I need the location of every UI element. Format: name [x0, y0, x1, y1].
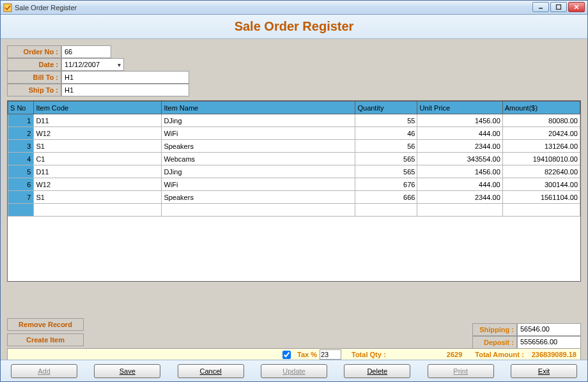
cell-qty[interactable]: 55 [355, 114, 417, 127]
page-header: Sale Order Register [1, 15, 587, 39]
svg-rect-2 [557, 5, 561, 10]
totals-row: Tax % Total Qty : 2629 Total Amount : 23… [7, 348, 581, 361]
col-header-code[interactable]: Item Code [34, 102, 162, 114]
order-no-label: Order No : [7, 45, 61, 58]
cell-name[interactable]: WiFi [162, 178, 355, 191]
delete-button[interactable]: Delete [344, 364, 410, 378]
cell-qty[interactable]: 56 [355, 140, 417, 153]
svg-rect-0 [4, 4, 12, 11]
bill-to-field[interactable] [61, 71, 189, 84]
cell-price[interactable]: 444.00 [417, 178, 502, 191]
cell-sno: 7 [8, 191, 34, 204]
cell-name[interactable]: Speakers [162, 140, 355, 153]
cell-name[interactable]: DJing [162, 165, 355, 178]
items-grid[interactable]: S No Item Code Item Name Quantity Unit P… [7, 100, 581, 282]
table-row-empty[interactable] [8, 204, 580, 217]
cell-sno: 2 [8, 127, 34, 140]
print-button[interactable]: Print [428, 364, 494, 378]
cell-amt[interactable]: 1561104.00 [502, 191, 580, 204]
page-title: Sale Order Register [235, 19, 354, 34]
tax-checkbox[interactable] [282, 351, 291, 359]
order-no-input[interactable] [63, 47, 109, 56]
col-header-qty[interactable]: Quantity [355, 102, 417, 114]
cell-name[interactable]: Speakers [162, 191, 355, 204]
update-button[interactable]: Update [261, 364, 327, 378]
cell-code[interactable]: W12 [34, 178, 162, 191]
cell-price[interactable]: 2344.00 [417, 191, 502, 204]
cell-sno: 4 [8, 153, 34, 165]
table-row[interactable]: 2W12WiFi46444.0020424.00 [8, 127, 580, 140]
cell-qty[interactable]: 565 [355, 153, 417, 165]
button-bar: Add Save Cancel Update Delete Print Exit [1, 360, 587, 381]
window-title: Sale Order Register [15, 4, 77, 11]
cell-sno: 1 [8, 114, 34, 127]
cell-sno: 3 [8, 140, 34, 153]
shipping-value[interactable]: 56546.00 [517, 323, 581, 336]
save-button[interactable]: Save [94, 364, 160, 378]
maximize-button[interactable] [550, 2, 567, 12]
table-row[interactable]: 1D11DJing551456.0080080.00 [8, 114, 580, 127]
cell-name[interactable]: DJing [162, 114, 355, 127]
app-window: Sale Order Register Sale Order Register … [0, 0, 588, 382]
cell-amt[interactable]: 20424.00 [502, 127, 580, 140]
cell-price[interactable]: 444.00 [417, 127, 502, 140]
body: Order No : Date : Bill To : Ship To : [1, 39, 587, 381]
cell-price[interactable]: 1456.00 [417, 165, 502, 178]
cell-code[interactable]: D11 [34, 165, 162, 178]
col-header-name[interactable]: Item Name [162, 102, 355, 114]
cell-qty[interactable]: 676 [355, 178, 417, 191]
deposit-label: Deposit : [472, 336, 517, 349]
close-button[interactable] [568, 2, 585, 12]
cell-price[interactable]: 1456.00 [417, 114, 502, 127]
ship-to-field[interactable] [61, 84, 189, 96]
app-icon [3, 3, 12, 12]
table-row[interactable]: 5D11DJing5651456.00822640.00 [8, 165, 580, 178]
cell-price[interactable]: 2344.00 [417, 140, 502, 153]
cell-amt[interactable]: 131264.00 [502, 140, 580, 153]
cell-code[interactable]: D11 [34, 114, 162, 127]
ship-to-input[interactable] [63, 86, 187, 95]
bill-to-input[interactable] [63, 73, 187, 82]
order-no-field[interactable] [61, 45, 111, 58]
date-label: Date : [7, 58, 61, 71]
cell-amt[interactable]: 80080.00 [502, 114, 580, 127]
window-controls [532, 2, 585, 12]
table-row[interactable]: 3S1Speakers562344.00131264.00 [8, 140, 580, 153]
col-header-amt[interactable]: Amount($) [502, 102, 580, 114]
cell-code[interactable]: S1 [34, 191, 162, 204]
minimize-button[interactable] [532, 2, 549, 12]
table-row[interactable]: 4C1Webcams565343554.00194108010.00 [8, 153, 580, 165]
cell-qty[interactable]: 666 [355, 191, 417, 204]
col-header-sno[interactable]: S No [8, 102, 34, 114]
table-row[interactable]: 6W12WiFi676444.00300144.00 [8, 178, 580, 191]
date-picker[interactable] [61, 58, 124, 71]
cancel-button[interactable]: Cancel [178, 364, 244, 378]
cell-code[interactable]: S1 [34, 140, 162, 153]
title-bar: Sale Order Register [1, 1, 587, 15]
cell-amt[interactable]: 194108010.00 [502, 153, 580, 165]
cell-amt[interactable]: 300144.00 [502, 178, 580, 191]
cell-amt[interactable]: 822640.00 [502, 165, 580, 178]
cell-code[interactable]: C1 [34, 153, 162, 165]
col-header-price[interactable]: Unit Price [417, 102, 502, 114]
cell-sno: 6 [8, 178, 34, 191]
grid-header-row: S No Item Code Item Name Quantity Unit P… [8, 102, 580, 114]
cell-sno: 5 [8, 165, 34, 178]
deposit-value[interactable]: 5556566.00 [517, 336, 581, 349]
cell-name[interactable]: Webcams [162, 153, 355, 165]
create-item-button[interactable]: Create Item [7, 333, 84, 346]
tax-label: Tax % [295, 351, 320, 358]
cell-qty[interactable]: 46 [355, 127, 417, 140]
tax-input[interactable] [320, 349, 341, 360]
cell-code[interactable]: W12 [34, 127, 162, 140]
ship-to-label: Ship To : [7, 84, 61, 96]
cell-name[interactable]: WiFi [162, 127, 355, 140]
cell-price[interactable]: 343554.00 [417, 153, 502, 165]
remove-record-button[interactable]: Remove Record [7, 318, 84, 331]
exit-button[interactable]: Exit [511, 364, 577, 378]
cell-qty[interactable]: 565 [355, 165, 417, 178]
shipping-label: Shipping : [472, 323, 517, 336]
date-input[interactable] [63, 60, 122, 69]
add-button[interactable]: Add [11, 364, 77, 378]
table-row[interactable]: 7S1Speakers6662344.001561104.00 [8, 191, 580, 204]
